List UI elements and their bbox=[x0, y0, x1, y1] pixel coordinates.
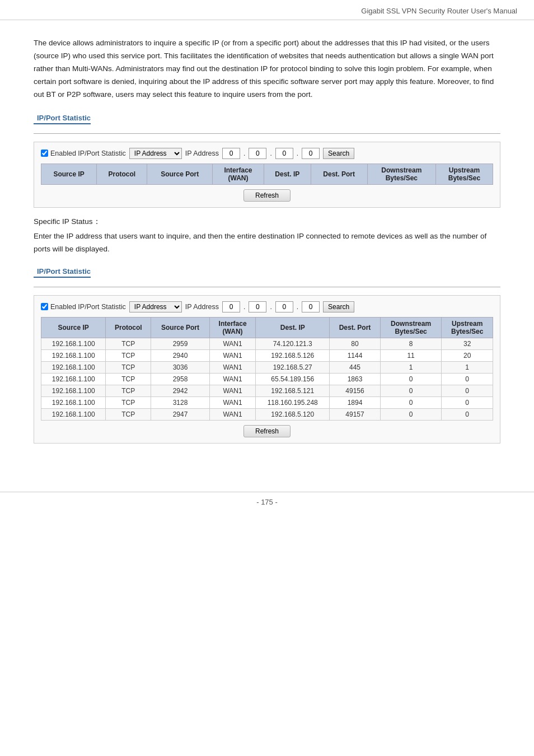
section2-col-dest-ip: Dest. IP bbox=[256, 317, 330, 338]
section2-col-downstream: DownstreamBytes/Sec bbox=[380, 317, 442, 338]
table-cell: 192.168.5.126 bbox=[256, 349, 330, 361]
section1-title-bar: IP/Port Statistic bbox=[34, 114, 500, 134]
section1-ip-field-1[interactable] bbox=[222, 148, 240, 159]
table-cell: WAN1 bbox=[209, 385, 256, 396]
table-cell: 192.168.1.100 bbox=[41, 361, 106, 373]
table-cell: WAN1 bbox=[209, 396, 256, 408]
table-cell: 2942 bbox=[151, 385, 210, 396]
section2-dot3: . bbox=[297, 303, 298, 311]
section2-checkbox-text: Enabled IP/Port Statistic bbox=[50, 303, 126, 311]
section1-dot1: . bbox=[243, 150, 245, 157]
section1-ip-field-2[interactable] bbox=[249, 148, 266, 159]
section2-col-dest-port: Dest. Port bbox=[330, 317, 381, 338]
table-cell: TCP bbox=[106, 396, 151, 408]
table-cell: WAN1 bbox=[209, 361, 256, 373]
table-cell: 3036 bbox=[151, 361, 210, 373]
specific-ip-title: Specific IP Status： bbox=[34, 217, 500, 227]
table-cell: 2959 bbox=[151, 338, 210, 349]
section2-refresh-row: Refresh bbox=[41, 425, 493, 437]
section1-col-interface: Interface(WAN) bbox=[213, 164, 264, 184]
table-cell: 0 bbox=[442, 385, 493, 396]
section2-search-button[interactable]: Search bbox=[323, 301, 354, 312]
section2-ip-field-4[interactable] bbox=[302, 301, 320, 312]
section2-controls-row: Enabled IP/Port Statistic IP Address Sou… bbox=[41, 301, 493, 312]
section1-refresh-button[interactable]: Refresh bbox=[243, 189, 291, 202]
section1-ip-field-4[interactable] bbox=[302, 148, 320, 159]
table-cell: 32 bbox=[442, 338, 493, 349]
section1-dropdown[interactable]: IP Address Source Port bbox=[129, 148, 182, 159]
table-cell: 445 bbox=[330, 361, 381, 373]
table-cell: 0 bbox=[442, 396, 493, 408]
table-cell: 0 bbox=[442, 373, 493, 385]
table-cell: TCP bbox=[106, 408, 151, 420]
section1-refresh-row: Refresh bbox=[41, 189, 493, 202]
section2-refresh-button[interactable]: Refresh bbox=[243, 425, 291, 437]
table-cell: WAN1 bbox=[209, 408, 256, 420]
section1-col-source-ip: Source IP bbox=[41, 164, 97, 184]
table-cell: TCP bbox=[106, 361, 151, 373]
table-row: 192.168.1.100TCP2942WAN1192.168.5.121491… bbox=[41, 385, 493, 396]
section1-dot3: . bbox=[297, 150, 298, 157]
table-cell: 192.168.5.121 bbox=[256, 385, 330, 396]
section2-col-protocol: Protocol bbox=[106, 317, 151, 338]
table-cell: 118.160.195.248 bbox=[256, 396, 330, 408]
page-header: Gigabit SSL VPN Security Router User's M… bbox=[0, 0, 534, 20]
table-cell: TCP bbox=[106, 338, 151, 349]
section2-col-interface: Interface(WAN) bbox=[209, 317, 256, 338]
section1-col-upstream: UpstreamBytes/Sec bbox=[435, 164, 493, 184]
table-row: 192.168.1.100TCP2959WAN174.120.121.38083… bbox=[41, 338, 493, 349]
section1-checkbox-text: Enabled IP/Port Statistic bbox=[50, 150, 126, 157]
section1-ip-field-3[interactable] bbox=[275, 148, 293, 159]
section2-col-source-port: Source Port bbox=[151, 317, 210, 338]
section1-col-dest-port: Dest. Port bbox=[311, 164, 367, 184]
table-row: 192.168.1.100TCP2947WAN1192.168.5.120491… bbox=[41, 408, 493, 420]
table-cell: 0 bbox=[380, 396, 442, 408]
section1-enabled-checkbox[interactable] bbox=[41, 150, 48, 157]
section2-statistic-box: Enabled IP/Port Statistic IP Address Sou… bbox=[34, 295, 500, 444]
page-footer: - 175 - bbox=[0, 492, 534, 512]
table-cell: 192.168.1.100 bbox=[41, 396, 106, 408]
section1-col-source-port: Source Port bbox=[147, 164, 213, 184]
section2-title-bar: IP/Port Statistic bbox=[34, 267, 500, 287]
table-cell: WAN1 bbox=[209, 338, 256, 349]
section2-enabled-checkbox[interactable] bbox=[41, 303, 48, 310]
table-cell: 1 bbox=[442, 361, 493, 373]
section1-controls-row: Enabled IP/Port Statistic IP Address Sou… bbox=[41, 148, 493, 159]
table-cell: 2940 bbox=[151, 349, 210, 361]
table-cell: 192.168.1.100 bbox=[41, 408, 106, 420]
section1-search-button[interactable]: Search bbox=[323, 148, 354, 159]
section1-col-protocol: Protocol bbox=[97, 164, 147, 184]
table-cell: 49157 bbox=[330, 408, 381, 420]
table-cell: 2958 bbox=[151, 373, 210, 385]
section2-table-header-row: Source IP Protocol Source Port Interface… bbox=[41, 317, 493, 338]
table-cell: 2947 bbox=[151, 408, 210, 420]
table-cell: 192.168.1.100 bbox=[41, 385, 106, 396]
table-cell: 20 bbox=[442, 349, 493, 361]
section1-table: Source IP Protocol Source Port Interface… bbox=[41, 164, 493, 185]
specific-ip-desc: Enter the IP address that users want to … bbox=[34, 230, 500, 256]
intro-text: The device allows administrators to inqu… bbox=[34, 39, 494, 99]
section2-ip-field-3[interactable] bbox=[275, 301, 293, 312]
section1-title: IP/Port Statistic bbox=[34, 114, 91, 124]
table-cell: 192.168.1.100 bbox=[41, 373, 106, 385]
table-cell: 65.54.189.156 bbox=[256, 373, 330, 385]
section2-checkbox-label[interactable]: Enabled IP/Port Statistic bbox=[41, 303, 126, 311]
intro-paragraph: The device allows administrators to inqu… bbox=[34, 37, 500, 101]
section1-dot2: . bbox=[270, 150, 271, 157]
table-row: 192.168.1.100TCP3128WAN1118.160.195.2481… bbox=[41, 396, 493, 408]
section2-ip-field-2[interactable] bbox=[249, 301, 266, 312]
table-cell: TCP bbox=[106, 385, 151, 396]
section1-checkbox-label[interactable]: Enabled IP/Port Statistic bbox=[41, 150, 126, 157]
table-cell: 192.168.5.120 bbox=[256, 408, 330, 420]
table-cell: 192.168.5.27 bbox=[256, 361, 330, 373]
section2-ip-field-1[interactable] bbox=[222, 301, 240, 312]
section2-dropdown[interactable]: IP Address Source Port bbox=[129, 301, 182, 312]
table-cell: 0 bbox=[380, 385, 442, 396]
table-cell: 3128 bbox=[151, 396, 210, 408]
table-cell: 0 bbox=[442, 408, 493, 420]
table-cell: 49156 bbox=[330, 385, 381, 396]
table-cell: 11 bbox=[380, 349, 442, 361]
table-cell: WAN1 bbox=[209, 349, 256, 361]
table-cell: 74.120.121.3 bbox=[256, 338, 330, 349]
table-cell: 1894 bbox=[330, 396, 381, 408]
